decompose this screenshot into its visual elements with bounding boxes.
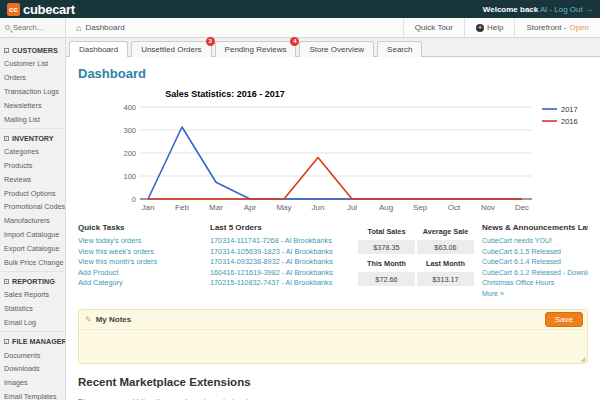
sidebar-item-mailing-list[interactable]: Mailing List	[0, 112, 65, 126]
quick-tour-button[interactable]: Quick Tour	[403, 18, 464, 37]
sidebar-item-promotional-codes[interactable]: Promotional Codes	[0, 200, 65, 214]
quick-task-view-today-s-orders[interactable]: View today's orders	[78, 236, 202, 247]
sidebar-item-customer-list[interactable]: Customer List	[0, 57, 65, 71]
order-link[interactable]: 170314-093238-8932 - Al Brookbanks	[210, 257, 350, 268]
svg-text:Jul: Jul	[347, 203, 357, 212]
pencil-icon: ✎	[85, 315, 92, 324]
order-link[interactable]: 170215-110832-7437 - Al Brookbanks	[210, 278, 350, 289]
tab-dashboard[interactable]: Dashboard	[69, 41, 128, 57]
extensions-link[interactable]: https://www.cubecart.com/extensions	[137, 397, 260, 400]
stat-value-this-month: $72.66	[358, 272, 415, 286]
quick-task-view-this-month-s-orders[interactable]: View this month's orders	[78, 257, 202, 268]
sidebar-item-transaction-logs[interactable]: Transaction Logs	[0, 85, 65, 99]
order-link[interactable]: 170314-111741-7268 - Al Brookbanks	[210, 236, 350, 247]
sidebar-item-product-options[interactable]: Product Options	[0, 186, 65, 200]
news-list: CubeCart needs YOU!CubeCart 6.1.5 Releas…	[482, 236, 588, 300]
tab-store-overview[interactable]: Store Overview	[299, 41, 374, 57]
discover-more-line: Discover more at https://www.cubecart.co…	[78, 397, 588, 400]
svg-text:Dec: Dec	[515, 203, 529, 212]
quick-task-add-product[interactable]: Add Product	[78, 268, 202, 279]
svg-text:2017: 2017	[561, 105, 578, 114]
tab-pending-reviews[interactable]: Pending Reviews4	[215, 41, 297, 57]
help-button[interactable]: + Help	[464, 18, 514, 37]
sidebar-section-title: REPORTING	[12, 277, 55, 286]
sidebar-item-images[interactable]: Images	[0, 376, 65, 390]
logout-icon[interactable]: →	[585, 5, 593, 14]
news-item[interactable]: CubeCart 6.1.5 Released	[482, 247, 588, 258]
quick-task-add-category[interactable]: Add Category	[78, 278, 202, 289]
sidebar-item-reviews[interactable]: Reviews	[0, 172, 65, 186]
collapse-icon	[4, 136, 9, 141]
svg-text:Sep: Sep	[413, 203, 428, 212]
svg-text:May: May	[276, 203, 291, 212]
sidebar-item-sales-reports[interactable]: Sales Reports	[0, 288, 65, 302]
resize-grip-icon[interactable]: ◢	[580, 355, 585, 362]
svg-text:Aug: Aug	[379, 203, 393, 212]
my-notes-panel: ✎ My Notes Save ◢	[78, 309, 588, 364]
news-item[interactable]: CubeCart 6.1.2 Released - Download 6.1.3	[482, 268, 588, 279]
search-input[interactable]	[13, 23, 60, 32]
sidebar-section-customers[interactable]: CUSTOMERS	[0, 43, 65, 57]
sidebar-item-bulk-price-change[interactable]: Bulk Price Change	[0, 255, 65, 269]
collapse-icon	[4, 339, 9, 344]
home-icon[interactable]: ⌂	[76, 23, 81, 33]
news-item[interactable]: CubeCart 6.1.4 Released	[482, 257, 588, 268]
sidebar-section-inventory[interactable]: INVENTORY	[0, 131, 65, 145]
sidebar-item-export-catalogue[interactable]: Export Catalogue	[0, 241, 65, 255]
stat-label-total-sales: Total Sales	[358, 224, 415, 238]
sidebar-item-manufacturers[interactable]: Manufacturers	[0, 214, 65, 228]
discover-more-text: Discover more at	[78, 397, 135, 400]
svg-text:Feb: Feb	[175, 203, 189, 212]
sidebar-item-downloads[interactable]: Downloads	[0, 362, 65, 376]
sidebar-item-import-catalogue[interactable]: Import Catalogue	[0, 228, 65, 242]
svg-text:300: 300	[123, 126, 136, 135]
quick-tasks-links: View today's ordersView this week's orde…	[78, 236, 202, 289]
toolbar-actions: Quick Tour + Help Storefront - Open	[403, 18, 600, 37]
notification-badge: 3	[206, 37, 215, 46]
help-icon: +	[476, 24, 484, 32]
dashboard-panel: Dashboard Sales Statistics: 2016 - 2017 …	[66, 57, 600, 400]
cubecart-logo-text: cubecart	[23, 2, 75, 17]
sales-stats-widget: Total Sales Average Sale $378.35 $63.06 …	[358, 223, 474, 300]
sidebar-item-statistics[interactable]: Statistics	[0, 302, 65, 316]
marketplace-extensions-title: Recent Marketplace Extensions	[78, 376, 588, 388]
sidebar-item-email-log[interactable]: Email Log	[0, 316, 65, 330]
username: Al	[540, 5, 547, 14]
sidebar-item-documents[interactable]: Documents	[0, 348, 65, 362]
sidebar-section-title: CUSTOMERS	[12, 46, 58, 55]
svg-text:Mar: Mar	[209, 203, 223, 212]
news-item[interactable]: CubeCart needs YOU!	[482, 236, 588, 247]
tab-search[interactable]: Search	[377, 41, 422, 57]
sidebar-item-email-templates[interactable]: Email Templates	[0, 390, 65, 400]
page-title: Dashboard	[78, 66, 588, 81]
svg-text:Jun: Jun	[312, 203, 325, 212]
collapse-icon	[4, 48, 9, 53]
save-notes-button[interactable]: Save	[545, 312, 583, 327]
order-link[interactable]: 160416-121619-3982 - Al Brookbanks	[210, 268, 350, 279]
welcome-text: Welcome back	[483, 5, 538, 14]
sidebar-item-orders[interactable]: Orders	[0, 71, 65, 85]
cubecart-logo-icon: cc	[7, 3, 20, 16]
sidebar-item-categories[interactable]: Categories	[0, 145, 65, 159]
sidebar-section-reporting[interactable]: REPORTING	[0, 274, 65, 288]
sales-chart-plot: 0100200300400JanFebMarAprMayJunJulAugSep…	[78, 99, 586, 213]
top-bar: cc cubecart Welcome back Al - Log Out →	[0, 0, 600, 18]
sidebar-section-file-manager[interactable]: FILE MANAGER	[0, 334, 65, 348]
my-notes-textarea[interactable]	[79, 330, 587, 363]
sidebar-item-products[interactable]: Products	[0, 159, 65, 173]
stat-label-this-month: This Month	[358, 256, 415, 270]
storefront-button[interactable]: Storefront - Open	[514, 18, 600, 37]
quick-task-view-this-week-s-orders[interactable]: View this week's orders	[78, 247, 202, 258]
news-more-link[interactable]: More »	[482, 289, 588, 300]
svg-text:Apr: Apr	[244, 203, 257, 212]
sidebar-item-newsletters[interactable]: Newsletters	[0, 98, 65, 112]
storefront-open-link[interactable]: Open	[569, 23, 589, 32]
chart-title: Sales Statistics: 2016 - 2017	[150, 89, 300, 99]
quick-tasks-widget: Quick Tasks View today's ordersView this…	[78, 223, 202, 300]
order-link[interactable]: 170314-105639-1823 - Al Brookbanks	[210, 247, 350, 258]
tab-unsettled-orders[interactable]: Unsettled Orders3	[131, 41, 211, 57]
logout-link[interactable]: Log Out	[554, 5, 582, 14]
sidebar: CUSTOMERSCustomer ListOrdersTransaction …	[0, 38, 66, 400]
tab-bar: DashboardUnsettled Orders3Pending Review…	[66, 38, 600, 57]
news-item[interactable]: Christmas Office Hours	[482, 278, 588, 289]
